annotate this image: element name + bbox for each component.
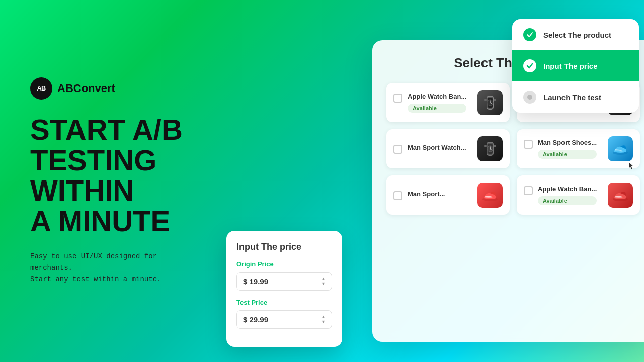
svg-rect-4 <box>494 99 496 101</box>
step-item-2[interactable]: Input The price <box>512 50 639 81</box>
product-name-5: Man Sport... <box>408 190 445 199</box>
product-name-3: Man Sport Watch... <box>408 144 466 152</box>
available-badge-1: Available <box>408 104 466 113</box>
steps-panel: Select The product Input The price Launc… <box>512 19 639 113</box>
product-name-1: Apple Watch Ban... <box>408 93 466 101</box>
product-image-6 <box>608 183 633 208</box>
stepper-up-1[interactable]: ▲ <box>321 277 326 281</box>
svg-rect-3 <box>484 99 487 101</box>
origin-price-stepper[interactable]: ▲ ▼ <box>321 277 326 286</box>
stepper-down-2[interactable]: ▼ <box>321 320 326 324</box>
price-panel-title: Input The price <box>236 242 332 252</box>
origin-price-label: Origin Price <box>236 260 332 268</box>
product-info-3: Man Sport Watch... <box>408 144 466 152</box>
product-name-4: Man Sport Shoes... <box>538 139 597 147</box>
step-check-done <box>523 28 536 41</box>
product-card-6[interactable]: Apple Watch Ban... Available <box>517 175 640 215</box>
product-card-5[interactable]: Man Sport... <box>386 175 510 215</box>
test-price-value: $ 29.99 <box>243 315 321 324</box>
test-price-input[interactable]: $ 29.99 ▲ ▼ <box>236 310 332 329</box>
step-label-2: Input The price <box>543 62 598 70</box>
product-name-6: Apple Watch Ban... <box>538 185 597 194</box>
step-item-3[interactable]: Launch The test <box>512 81 639 113</box>
available-badge-6: Available <box>538 196 597 205</box>
product-image-5 <box>477 183 503 208</box>
available-badge-4: Available <box>538 150 597 159</box>
logo: AB ABConvert <box>30 77 242 100</box>
product-image-1 <box>477 90 503 115</box>
product-info-6: Apple Watch Ban... Available <box>538 185 597 206</box>
product-info-1: Apple Watch Ban... Available <box>408 93 466 113</box>
product-checkbox-6[interactable] <box>524 186 533 195</box>
product-checkbox-1[interactable] <box>393 94 403 103</box>
step-item-1[interactable]: Select The product <box>512 19 639 50</box>
origin-price-input[interactable]: $ 19.99 ▲ ▼ <box>236 272 332 291</box>
product-image-3 <box>477 136 503 161</box>
product-info-4: Man Sport Shoes... Available <box>538 139 597 159</box>
step-label-3: Launch The test <box>543 93 601 102</box>
product-info-5: Man Sport... <box>408 190 445 199</box>
step-check-pending <box>523 90 536 104</box>
stepper-down-1[interactable]: ▼ <box>321 282 326 286</box>
test-price-stepper[interactable]: ▲ ▼ <box>321 315 326 324</box>
svg-rect-20 <box>494 145 496 147</box>
price-panel: Input The price Origin Price $ 19.99 ▲ ▼… <box>226 231 342 347</box>
product-image-4 <box>608 136 633 161</box>
hero-title: START A/BTESTINGWITHINA MINUTE <box>30 115 242 237</box>
product-card-3[interactable]: Man Sport Watch... <box>386 129 510 168</box>
logo-name: ABConvert <box>57 82 115 95</box>
left-panel: AB ABConvert START A/BTESTINGWITHINA MIN… <box>30 0 242 362</box>
svg-rect-19 <box>484 145 487 147</box>
hero-subtitle: Easy to use UI/UX designed for merchants… <box>30 251 201 285</box>
logo-icon: AB <box>30 77 52 100</box>
stepper-up-2[interactable]: ▲ <box>321 315 326 319</box>
origin-price-value: $ 19.99 <box>243 277 321 286</box>
product-card-4[interactable]: Man Sport Shoes... Available <box>517 129 640 168</box>
product-checkbox-4[interactable] <box>524 140 533 149</box>
product-checkbox-3[interactable] <box>393 145 403 154</box>
step-check-active <box>523 59 536 72</box>
cursor-icon <box>628 161 635 172</box>
product-checkbox-5[interactable] <box>393 191 403 200</box>
test-price-label: Test Price <box>236 299 332 306</box>
step-label-1: Select The product <box>543 31 611 39</box>
product-card-1[interactable]: Apple Watch Ban... Available <box>386 83 510 122</box>
